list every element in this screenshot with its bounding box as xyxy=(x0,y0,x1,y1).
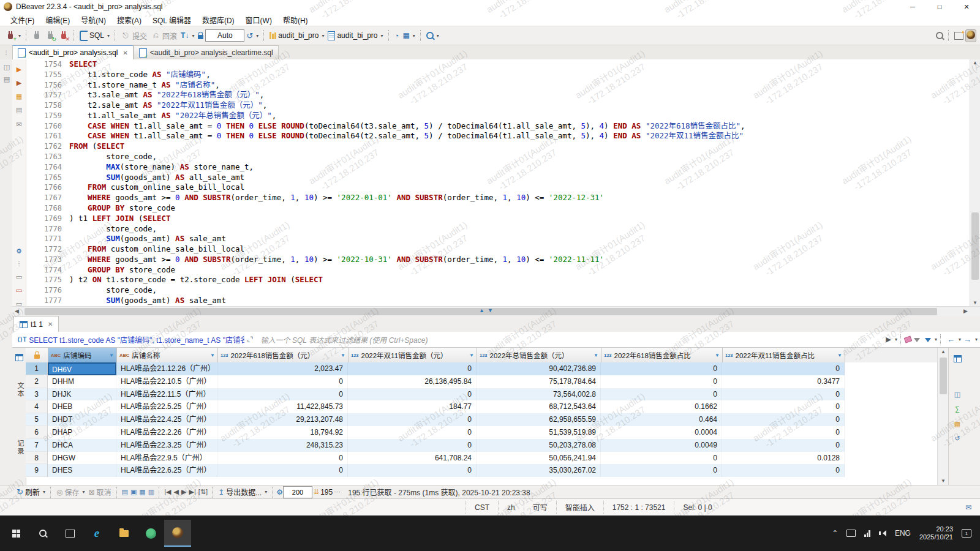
table-row[interactable]: 8DHGWHLA唯品会22.9.5（广州）0641,708.2450,056,2… xyxy=(26,452,937,465)
grid-cell[interactable]: HLA唯品会22.2.26（广州） xyxy=(116,426,217,439)
row-number[interactable]: 2 xyxy=(26,375,48,388)
grid-cell[interactable]: DHHM xyxy=(48,375,116,388)
column-filter-icon[interactable]: ▼ xyxy=(837,353,842,358)
code-line[interactable]: 1768 GROUP BY store_code xyxy=(26,203,970,214)
grid-cell[interactable]: 0 xyxy=(601,362,722,375)
database-caret-icon[interactable]: ▾ xyxy=(322,33,324,39)
grid-cell[interactable]: HLA唯品会22.9.5（广州） xyxy=(116,452,217,465)
grid-cell[interactable]: 62,958,655.59 xyxy=(477,413,601,426)
grid-cell[interactable]: 0.1662 xyxy=(601,400,722,413)
tray-clock[interactable]: 20:23 2025/10/21 xyxy=(919,525,953,541)
column-filter-icon[interactable]: ▼ xyxy=(594,353,598,358)
grid-cell[interactable]: DHES xyxy=(48,464,116,477)
next-row-icon[interactable]: ▶ xyxy=(181,488,186,496)
sash-minimize-icon[interactable]: ▼ xyxy=(488,307,493,313)
edit-row-icon[interactable]: ▤ xyxy=(122,488,128,496)
connect-button[interactable] xyxy=(30,29,43,42)
grid-cell[interactable]: 26,136,495.84 xyxy=(348,375,477,388)
code-line[interactable]: 1766 FROM custom_online_sale_bill_local xyxy=(26,182,970,193)
nav-back-caret-icon[interactable]: ▾ xyxy=(959,337,961,342)
tray-language[interactable]: ENG xyxy=(895,529,911,538)
grid-cell[interactable]: 0 xyxy=(722,400,845,413)
panel-references-icon[interactable]: ↺ xyxy=(952,433,962,443)
table-row[interactable]: 6DHAPHLA唯品会22.2.26（广州）18,794.92051,539,5… xyxy=(26,426,937,439)
code-line[interactable]: 1756 t1.store_name_t AS "店铺名称", xyxy=(26,80,970,91)
column-header-4[interactable]: 1232022年总销售金额（元）▼ xyxy=(477,348,601,362)
code-line[interactable]: 1772 FROM custom_online_sale_bill_local xyxy=(26,244,970,255)
filter-menu-caret-icon[interactable]: ▾ xyxy=(935,337,937,342)
notifications-icon[interactable]: ✉ xyxy=(965,503,971,512)
fetch-all-icon[interactable]: ⇊ xyxy=(314,488,319,496)
refresh-button[interactable]: ↻ 刷新 ▾ xyxy=(15,485,47,498)
reconnect-button[interactable]: ↻ xyxy=(43,29,57,42)
grid-cell[interactable]: 0 xyxy=(601,388,722,401)
panel-value-viewer-icon[interactable]: ◫ xyxy=(952,389,962,399)
grid-cell[interactable]: HLA唯品会22.10.5（广州） xyxy=(116,375,217,388)
diagram-button[interactable]: ▦ ▾ xyxy=(401,30,417,41)
execute-statement-icon[interactable]: ▶ xyxy=(14,64,24,74)
column-filter-icon[interactable]: ▼ xyxy=(341,353,345,358)
code-lines[interactable]: 1754SELECT1755 t1.store_code AS "店铺编码",1… xyxy=(26,59,970,306)
grid-cell[interactable]: 0.464 xyxy=(601,413,722,426)
tab-analysis-cleartime-sql[interactable]: <audit_bi_pro> analysis_cleartime.sql xyxy=(134,45,279,59)
fetch-size-input[interactable] xyxy=(283,486,312,498)
db-search-button[interactable]: ▾ xyxy=(424,31,441,40)
table-row[interactable]: 2DHHMHLA唯品会22.10.5（广州）026,136,495.8475,1… xyxy=(26,375,937,388)
grid-cell[interactable]: DHJK xyxy=(48,388,116,401)
schema-selector[interactable]: audit_bi_pro ▾ xyxy=(326,30,385,42)
grid-cell[interactable]: 2,023.47 xyxy=(217,362,348,375)
goto-row-icon[interactable]: [⇅] xyxy=(198,488,208,496)
grid-cell[interactable]: 0 xyxy=(601,375,722,388)
dots-icon[interactable]: ⋮ xyxy=(4,50,9,56)
explorer-taskbar-button[interactable] xyxy=(110,520,137,547)
column-filter-icon[interactable]: ▼ xyxy=(469,353,474,358)
execute-script-icon[interactable]: ▶ xyxy=(14,78,24,88)
grid-cell[interactable]: 0 xyxy=(348,464,477,477)
grid-cell[interactable]: 75,178,784.64 xyxy=(477,375,601,388)
start-button[interactable] xyxy=(2,520,29,547)
nav-forward-icon[interactable]: → xyxy=(963,335,971,344)
prev-row-icon[interactable]: ◀ xyxy=(173,488,178,496)
grid-cell[interactable]: 18,794.92 xyxy=(217,426,348,439)
quick-search-button[interactable] xyxy=(934,31,945,40)
code-line[interactable]: 1760 CASE WHEN t1.all_sale_amt = 0 THEN … xyxy=(26,121,970,132)
code-line[interactable]: 1776 store_code, xyxy=(26,285,970,296)
save-caret-icon[interactable]: ▾ xyxy=(82,489,85,495)
row-number[interactable]: 5 xyxy=(26,413,48,426)
menu-item-0[interactable]: 文件(F) xyxy=(5,15,40,25)
settings-gear-icon[interactable]: ⚙ xyxy=(14,246,24,256)
code-line[interactable]: 1758 t2.sale_amt AS "2022年双11销售金额（元）", xyxy=(26,100,970,111)
grid-cell[interactable]: 0 xyxy=(601,452,722,465)
menu-item-2[interactable]: 导航(N) xyxy=(75,15,111,25)
history-caret-icon[interactable]: ▾ xyxy=(256,33,258,39)
sash-maximize-icon[interactable]: ▲ xyxy=(479,307,484,313)
file-alert-icon[interactable]: ▭ xyxy=(14,285,24,295)
column-filter-icon[interactable]: ▼ xyxy=(715,353,720,358)
grid-cell[interactable]: 11,422,845.73 xyxy=(217,400,348,413)
column-header-3[interactable]: 1232022年双11销售金额（元）▼ xyxy=(349,348,477,362)
transaction-log-button[interactable]: ↺ ▾ xyxy=(244,30,260,42)
grid-cell[interactable]: 0 xyxy=(722,413,845,426)
dbeaver-taskbar-button[interactable] xyxy=(164,520,191,547)
grid-cell[interactable]: 50,056,241.94 xyxy=(477,452,601,465)
task-view-button[interactable] xyxy=(56,520,83,547)
diagram-caret-icon[interactable]: ▾ xyxy=(413,33,415,39)
row-number[interactable]: 6 xyxy=(26,426,48,439)
menu-item-4[interactable]: SQL 编辑器 xyxy=(147,15,197,25)
more-dots-icon[interactable]: ⋮ xyxy=(14,258,24,268)
code-line[interactable]: 1771 SUM(goods_amt) AS sale_amt xyxy=(26,234,970,244)
grid-cell[interactable]: 50,203,278.08 xyxy=(477,439,601,452)
tab-close-icon[interactable]: ✕ xyxy=(123,50,127,56)
ie-taskbar-button[interactable]: e xyxy=(83,520,110,547)
grid-cell[interactable]: 0.0004 xyxy=(601,426,722,439)
grid-cell[interactable]: 0 xyxy=(348,362,477,375)
grid-cell[interactable]: 641,708.24 xyxy=(348,452,477,465)
delete-row-icon[interactable]: ▥ xyxy=(148,488,154,496)
script-log-icon[interactable]: ▤ xyxy=(14,105,24,114)
editor-hscrollbar[interactable]: ◀ ▶ ▲ ▼ xyxy=(12,306,980,317)
grid-cell[interactable]: 35,030,267.02 xyxy=(477,464,601,477)
rollback-button[interactable]: ⎌ 回滚 xyxy=(149,29,179,42)
nav-back-icon[interactable]: ← xyxy=(947,335,955,344)
column-filter-icon[interactable]: ▼ xyxy=(210,353,215,358)
code-line[interactable]: 1761 CASE WHEN t1.all_sale_amt = 0 THEN … xyxy=(26,131,970,141)
